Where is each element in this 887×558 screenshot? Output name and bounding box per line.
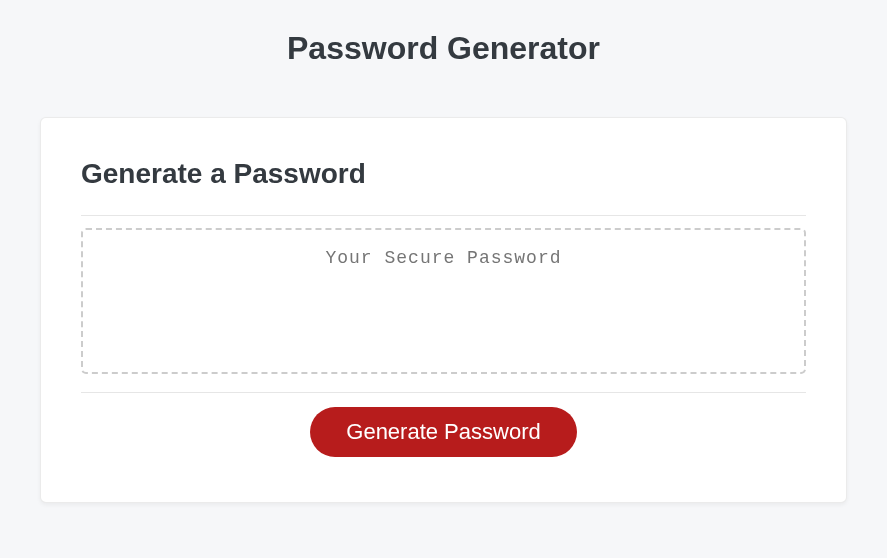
- card-footer: Generate Password: [81, 393, 806, 457]
- password-placeholder-text: Your Secure Password: [325, 248, 561, 268]
- password-output-box: Your Secure Password: [81, 228, 806, 374]
- card-body: Your Secure Password: [81, 216, 806, 393]
- page-title: Password Generator: [0, 0, 887, 77]
- section-title: Generate a Password: [81, 158, 806, 190]
- generate-password-button[interactable]: Generate Password: [310, 407, 576, 457]
- password-generator-card: Generate a Password Your Secure Password…: [40, 117, 847, 503]
- card-header: Generate a Password: [81, 158, 806, 216]
